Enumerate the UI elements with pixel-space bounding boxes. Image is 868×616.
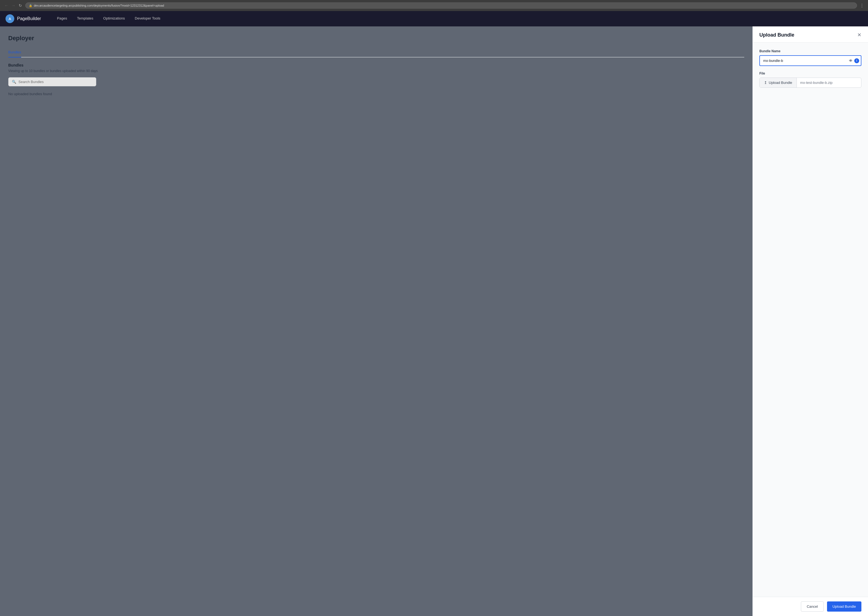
tab-bundles[interactable]: Bundles [8,47,21,58]
tab-open-deployer-history[interactable]: Open Deployer History [28,47,64,58]
search-input[interactable] [19,80,93,84]
right-panel: Upload Bundle ✕ Bundle Name 👁 i [753,27,868,616]
close-button[interactable]: ✕ [857,32,862,38]
file-label: File [760,71,862,75]
bundle-name-field: Bundle Name 👁 i [760,49,862,66]
nav-optimizations[interactable]: Optimizations [98,11,130,27]
section-heading: Bundles [8,63,744,68]
upload-bundle-button[interactable]: Upload Bundle [827,602,862,611]
bundle-name-label: Bundle Name [760,49,862,53]
nav-pages[interactable]: Pages [52,11,72,27]
empty-state: No uploaded bundles found [8,92,744,96]
reload-button[interactable]: ↻ [17,3,23,8]
panel-header: Upload Bundle ✕ [753,27,868,42]
extensions-button[interactable]: ⋮ [859,3,865,9]
logo-area: A PageBuilder [5,14,41,23]
main-area: Deployer Bundles Open Deployer History S… [0,27,868,616]
upload-icon: ↥ [764,80,767,85]
tab-secrets[interactable]: Secrets [71,47,82,58]
bundle-name-input-wrapper: 👁 i [760,55,862,66]
url-text: dev.arcaudiencetargeting.arcpublishing.c… [34,4,164,7]
nav-developer-tools[interactable]: Developer Tools [130,11,165,27]
panel-title: Upload Bundle [760,32,794,38]
logo: A [5,14,14,23]
eye-icon: 👁 [848,58,853,63]
nav-buttons: ← → ↻ [3,3,23,8]
browser-chrome: ← → ↻ 🔒 dev.arcaudiencetargeting.arcpubl… [0,0,868,11]
search-icon: 🔍 [12,80,16,84]
top-nav: A PageBuilder Pages Templates Optimizati… [0,11,868,27]
file-upload-row: ↥ Upload Bundle mx-test-bundle-b.zip [760,77,862,88]
nav-links: Pages Templates Optimizations Developer … [52,11,165,27]
panel-body: Bundle Name 👁 i File ↥ [753,42,868,597]
upload-bundle-file-button[interactable]: ↥ Upload Bundle [760,78,797,88]
file-section: File ↥ Upload Bundle mx-test-bundle-b.zi… [760,71,862,88]
nav-templates[interactable]: Templates [72,11,98,27]
app-title: PageBuilder [17,16,41,21]
lock-icon: 🔒 [29,4,32,7]
file-name-display: mx-test-bundle-b.zip [797,78,861,88]
info-icon: i [854,58,859,63]
browser-actions: ⋮ [859,3,865,9]
cancel-button[interactable]: Cancel [801,602,824,611]
url-bar[interactable]: 🔒 dev.arcaudiencetargeting.arcpublishing… [25,3,857,8]
back-button[interactable]: ← [3,3,9,8]
forward-button[interactable]: → [11,3,16,8]
page-title: Deployer [8,35,744,42]
tabs-row: Bundles Open Deployer History Secrets [8,47,744,58]
panel-footer: Cancel Upload Bundle [753,597,868,616]
search-box: 🔍 [8,77,96,86]
app-container: A PageBuilder Pages Templates Optimizati… [0,11,868,616]
input-suffix-icons: 👁 i [848,58,859,63]
left-pane: Deployer Bundles Open Deployer History S… [0,27,753,616]
section-subtext: Viewing up to 10 bundles or bundles uplo… [8,69,744,73]
upload-btn-label: Upload Bundle [769,80,792,85]
bundle-name-input[interactable] [760,55,862,66]
